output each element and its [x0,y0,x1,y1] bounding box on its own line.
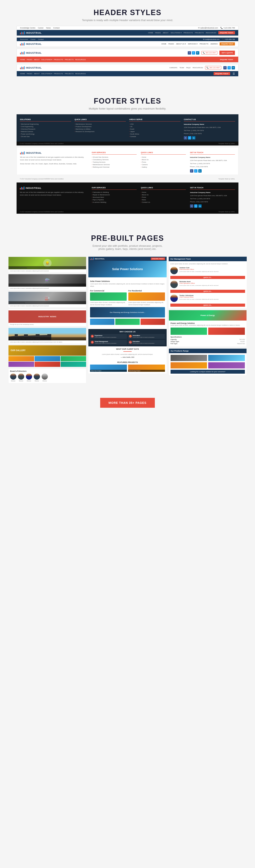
h2-topbar-resources[interactable]: Resources [20,38,28,40]
h3-nav-resources[interactable]: RESOURCES [75,59,86,61]
twitter-icon[interactable]: t [192,51,195,55]
h3-nav-projects[interactable]: PROJECTS [65,59,74,61]
agri-card[interactable]: 👷 Agricultural Engineering Lorem ipsum d… [8,257,86,273]
ql-item[interactable]: Maintenance Services [75,123,126,125]
f1-twitter[interactable]: t [188,136,191,140]
area-item[interactable]: Kuwit [129,128,180,130]
h4-nav-pages[interactable]: PAGES [27,73,32,74]
nav-projects[interactable]: PROJECTS [195,32,204,34]
linkedin-icon[interactable]: in [196,51,199,55]
f2-ql-item[interactable]: Careers [141,164,186,165]
area-item[interactable]: Canada [129,135,180,137]
h4-nav-resources[interactable]: RESOURCES [75,73,86,74]
f3-svc-item[interactable]: Fabrication & Welding [92,191,137,193]
facebook-icon[interactable]: f [188,51,191,55]
nav-products[interactable]: PRODUCTS [183,32,193,34]
more-pages-button[interactable]: MORE THAN 35+ PAGES [100,398,154,408]
area-item[interactable]: USA [129,123,180,125]
enquire-button-h3[interactable]: ENQUIRE TODAY [218,58,235,61]
f2-ql-item[interactable]: Gallery [141,166,186,168]
nav-pages[interactable]: PAGES [155,32,161,34]
f1-linkedin[interactable]: in [192,136,195,140]
f2-svc-item[interactable]: Maintenances Services [92,164,137,165]
f3-svc-item[interactable]: In-service Welding [92,201,137,203]
area-item[interactable]: South Africa [129,133,180,135]
topbar-link-knowledge[interactable]: Knowledge Centre [20,27,35,29]
h2-nav-about[interactable]: ABOUT US ▾ [176,43,186,45]
f2-svc-item[interactable]: Oil and Gas Services [92,156,137,158]
product-3[interactable] [171,362,207,369]
nav-about[interactable]: ABOUT [163,32,169,34]
f2-ql-item[interactable]: Press [141,161,186,163]
facebook-icon-h4[interactable]: f [223,66,227,69]
f3-ql-item[interactable]: About Us [141,194,186,196]
area-item[interactable]: Japan [129,131,180,132]
f2-ql-item[interactable]: Home [141,156,186,158]
f2-linkedin[interactable]: in [198,169,202,173]
f3-svc-item[interactable]: Structural Steel [92,196,137,198]
h2-nav-pages[interactable]: PAGES [169,43,174,45]
h4-nav-about[interactable]: ABOUT [34,73,40,74]
f3-facebook[interactable]: f [190,205,193,208]
ql-item[interactable]: Research & Development [75,131,126,132]
h4-nav-solutions[interactable]: SOLUTIONS ▾ [41,73,52,74]
h3-nav-about[interactable]: ABOUT [34,59,40,61]
f3-linkedin[interactable]: in [198,205,202,208]
f1-facebook[interactable]: f [184,136,187,140]
f2-facebook[interactable]: f [190,169,193,173]
f3-twitter[interactable]: t [194,205,197,208]
h4-resources[interactable]: RESOURCES [193,67,203,69]
h2-nav-awards[interactable]: AWARDS [210,43,218,45]
sol-item[interactable]: Material Science [20,131,71,132]
f3-ql-item[interactable]: Contact Us [141,201,186,203]
solar-enquire-btn[interactable]: ENQUIRE TODAY [151,257,165,260]
product-2[interactable] [208,355,245,361]
f3-svc-item[interactable]: Repair & Maintenances [92,194,137,196]
f2-twitter[interactable]: t [194,169,197,173]
product-1[interactable] [171,355,207,361]
h3-nav-products[interactable]: PRODUCTS [54,59,63,61]
enquire-button-h4[interactable]: ENQUIRE TODAY [214,72,230,75]
quick-contact-1[interactable]: QUICK CO... [170,276,245,279]
solar-solutions-preview[interactable]: INDUSTRIAL ENQUIRE TODAY Solar Power Sol… [88,257,166,373]
h3-nav-solutions[interactable]: SOLUTIONS ▾ [41,59,52,61]
h2-nav-home[interactable]: HOME [162,43,166,45]
sol-item[interactable]: Civil Engineering [20,126,71,127]
f3-ql-item[interactable]: Press [141,196,186,198]
f2-svc-item[interactable]: Training Services [92,161,137,163]
h2-nav-services[interactable]: SERVICES ▾ [188,43,198,45]
sol-item[interactable]: Mechanical Engineering [20,123,71,125]
enquire-button-h1[interactable]: ENQUIRE TODAY [218,31,235,34]
quick-contact-2[interactable]: QUICK CO... [170,290,245,293]
twitter-icon-h4[interactable]: t [227,66,231,69]
topbar-link-contact[interactable]: Contact [53,27,60,29]
nav-solutions[interactable]: SOLUTIONS ▾ [171,32,181,34]
h2-nav-projects[interactable]: PROJECTS [200,43,208,45]
menu-icon[interactable]: ☰ [233,72,235,75]
topbar-link-news[interactable]: News [46,27,51,29]
nav-resources[interactable]: RESOURCES [206,32,216,34]
h4-faqs[interactable]: FAQS [186,67,191,69]
city-card[interactable]: Through the eye of the trendsetting indu… [8,328,86,344]
industrial-card[interactable]: 🏭 Industrial Engineering Lorem ipsum dol… [8,291,86,308]
get-quote-button[interactable]: GET A QUOTE [219,51,235,55]
enquire-button-h2[interactable]: ENQUIRE TODAY [220,42,235,45]
ql-item[interactable]: Product Development [75,126,126,127]
gallery-card[interactable]: OUR GALLERY [8,345,86,367]
h4-careers[interactable]: CAREERS [169,67,177,69]
f2-svc-item[interactable]: Refining and Chemical [92,166,137,168]
area-item[interactable]: UK [129,126,180,127]
h4-team[interactable]: TEAM [179,67,184,69]
nav-home[interactable]: HOME [148,32,153,34]
chem-card[interactable]: ⚗️ Chemical Engineering Lorem ipsum dolo… [8,274,86,290]
h4-nav-products[interactable]: PRODUCTS [54,73,63,74]
ql-item[interactable]: Machinery & Utilities [75,128,126,130]
product-4[interactable] [208,362,245,369]
linkedin-icon-h4[interactable]: in [232,66,235,69]
f3-ql-item[interactable]: News [141,199,186,201]
news-card[interactable]: INDUSTRY NEWS Through the eye of the tre… [8,309,86,326]
h2-topbar-career[interactable]: Career [30,38,35,40]
sol-item[interactable]: Power and Energy [20,133,71,135]
f3-ql-item[interactable]: Home [141,191,186,193]
quick-contact-3[interactable]: QUICK CO... [170,304,245,307]
